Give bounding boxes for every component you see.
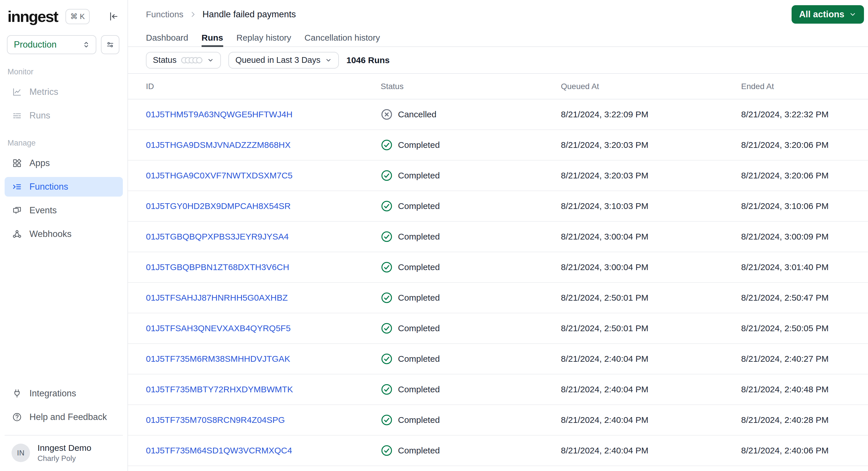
run-id-link[interactable]: 01J5THGA9C0XVF7NWTXDSXM7C5 [146,170,292,180]
run-status-cell: Completed [381,444,561,457]
environment-settings-button[interactable] [101,35,119,54]
run-queued-at: 8/21/2024, 2:50:01 PM [561,293,741,303]
run-id-link[interactable]: 01J5TGBQBPBN1ZT68DXTH3V6CH [146,262,289,272]
breadcrumb-functions-link[interactable]: Functions [146,9,183,19]
sidebar-item-apps[interactable]: Apps [5,153,123,173]
chevron-down-icon [849,11,857,18]
sidebar-item-label: Help and Feedback [29,412,107,422]
command-k-shortcut[interactable]: ⌘ K [65,9,90,24]
sidebar-item-label: Integrations [29,388,76,399]
runs-count: 1046 Runs [346,55,390,65]
sidebar-item-events[interactable]: Events [5,200,123,220]
run-status-label: Completed [398,446,440,456]
breadcrumb: Functions Handle failed payments [146,9,296,20]
sidebar-item-help[interactable]: Help and Feedback [5,407,123,427]
functions-icon [12,182,22,192]
tab-dashboard[interactable]: Dashboard [146,29,188,46]
completed-icon [381,200,393,212]
run-queued-at: 8/21/2024, 3:00:04 PM [561,262,741,272]
run-status-label: Completed [398,384,440,394]
run-ended-at: 8/21/2024, 3:22:32 PM [741,109,868,119]
plug-icon [12,388,22,398]
run-id-link[interactable]: 01J5TFSAHJJ87HNRHH5G0AXHBZ [146,293,288,302]
completed-icon [381,322,393,334]
page-title: Handle failed payments [203,9,296,20]
all-actions-label: All actions [799,9,844,20]
chevron-right-icon [189,11,197,18]
sidebar-item-label: Webhooks [29,229,71,239]
run-id-link[interactable]: 01J5TGBQBQPXPBS3JEYR9JYSA4 [146,232,289,241]
run-ended-at: 8/21/2024, 3:10:06 PM [741,201,868,211]
tab-cancellation-history[interactable]: Cancellation history [305,29,380,46]
table-row: 01J5TF735M64SD1QW3VCRMXQC4 Completed 8/2… [128,436,868,466]
column-header-id: ID [128,82,381,91]
page-topbar: Functions Handle failed payments All act… [128,0,868,29]
run-id-link[interactable]: 01J5TF735M64SD1QW3VCRMXQC4 [146,446,292,455]
run-id-cell: 01J5THGA9DSMJVNADZZZM868HX [128,140,381,150]
inngest-logo: inngest [7,9,58,24]
environment-row: Production [0,24,127,54]
run-ended-at: 8/21/2024, 3:00:09 PM [741,232,868,242]
run-id-cell: 01J5TF735MBTY72RHXDYMBWMTK [128,384,381,394]
webhook-icon [12,229,22,239]
sidebar-footer: Integrations Help and Feedback IN Innges… [0,380,127,471]
status-filter-button[interactable]: Status [146,52,221,69]
all-actions-button[interactable]: All actions [792,5,864,24]
time-range-filter-label: Queued in Last 3 Days [235,55,320,65]
tab-runs[interactable]: Runs [202,29,223,46]
run-id-link[interactable]: 01J5THM5T9A63NQWGE5HFTWJ4H [146,109,292,119]
run-status-cell: Completed [381,292,561,304]
run-status-cell: Completed [381,169,561,182]
sidebar-item-webhooks[interactable]: Webhooks [5,224,123,244]
avatar: IN [11,444,30,462]
run-id-link[interactable]: 01J5TF735M6RM38SMHHDVJTGAK [146,354,290,364]
run-id-link[interactable]: 01J5THGA9DSMJVNADZZZM868HX [146,140,291,150]
run-status-cell: Cancelled [381,108,561,121]
metrics-icon [12,87,22,97]
run-ended-at: 8/21/2024, 2:40:28 PM [741,415,868,425]
sidebar-item-metrics[interactable]: Metrics [5,82,123,102]
run-status-cell: Completed [381,230,561,243]
apps-icon [12,158,22,168]
runs-table-body: 01J5THM5T9A63NQWGE5HFTWJ4H Cancelled 8/2… [128,99,868,466]
status-filter-label: Status [153,55,177,65]
sidebar-collapse-button[interactable] [108,11,119,22]
run-queued-at: 8/21/2024, 2:40:04 PM [561,384,741,394]
run-id-link[interactable]: 01J5TF735MBTY72RHXDYMBWMTK [146,384,293,394]
sidebar: inngest ⌘ K Production [0,0,128,471]
run-id-link[interactable]: 01J5TFSAH3QNEVXAXB4QYRQ5F5 [146,323,291,333]
sidebar-item-label: Functions [29,182,68,192]
sidebar-section-manage: Manage [7,139,127,148]
environment-value: Production [14,39,57,50]
chevron-down-icon [207,57,214,64]
user-menu[interactable]: IN Inngest Demo Charly Poly [5,435,123,471]
table-row: 01J5TFSAHJJ87HNRHH5G0AXHBZ Completed 8/2… [128,283,868,313]
run-id-cell: 01J5TF735M70S8RCN9R4Z04SPG [128,415,381,425]
environment-selector[interactable]: Production [7,35,96,54]
column-header-queued-at: Queued At [561,82,741,91]
run-ended-at: 8/21/2024, 2:40:06 PM [741,446,868,456]
run-id-link[interactable]: 01J5TGY0HD2BX9DMPCAH8X54SR [146,201,291,211]
sidebar-item-label: Events [29,205,57,216]
sidebar-item-integrations[interactable]: Integrations [5,384,123,403]
run-id-link[interactable]: 01J5TF735M70S8RCN9R4Z04SPG [146,415,285,425]
run-id-cell: 01J5TFSAH3QNEVXAXB4QYRQ5F5 [128,323,381,333]
completed-icon [381,169,393,182]
tab-replay-history[interactable]: Replay history [237,29,291,46]
sidebar-item-label: Apps [29,158,50,168]
sidebar-item-functions[interactable]: Functions [5,177,123,196]
sidebar-section-monitor: Monitor [7,67,127,76]
run-ended-at: 8/21/2024, 2:40:27 PM [741,354,868,364]
run-status-cell: Completed [381,383,561,396]
filter-bar: Status Queued in Last 3 Days 1046 Runs [128,47,868,74]
user-name: Charly Poly [37,454,91,463]
runs-icon [12,111,22,121]
completed-icon [381,261,393,273]
table-row: 01J5THGA9DSMJVNADZZZM868HX Completed 8/2… [128,130,868,161]
time-range-filter-button[interactable]: Queued in Last 3 Days [228,52,339,69]
sidebar-item-runs[interactable]: Runs [5,106,123,125]
run-status-cell: Completed [381,353,561,365]
run-queued-at: 8/21/2024, 2:50:01 PM [561,323,741,333]
sidebar-item-label: Runs [29,111,50,121]
run-status-cell: Completed [381,414,561,426]
